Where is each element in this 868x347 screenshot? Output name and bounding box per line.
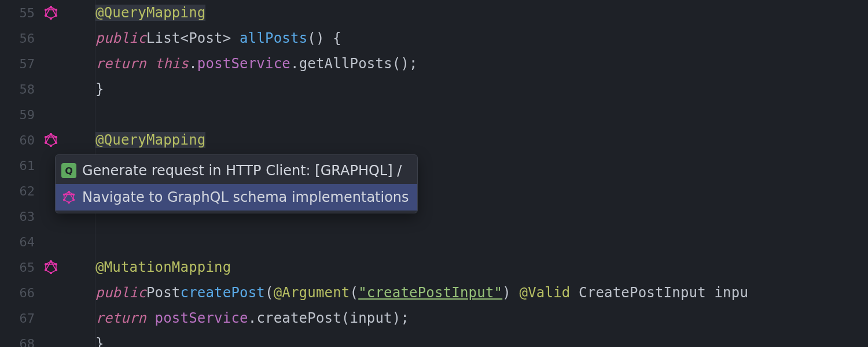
code-line[interactable]: @QueryMapping [95,127,868,153]
svg-point-0 [50,6,52,8]
annotation: @Argument [274,285,350,301]
graphql-gutter-icon[interactable] [43,260,58,275]
line-number: 63 [0,209,39,224]
code-editor: 55 56 57 58 59 60 61 62 63 64 65 66 67 6… [0,0,868,347]
http-client-icon: Q [61,163,76,178]
annotation: @QueryMapping [95,132,205,148]
code-line[interactable]: return this.postService.getAllPosts(); [95,51,868,76]
graphql-gutter-icon[interactable] [43,5,58,20]
line-number: 68 [0,337,39,348]
line-number: 62 [0,184,39,198]
svg-point-18 [68,191,70,193]
svg-point-11 [45,136,47,138]
keyword: return [95,56,146,72]
line-number: 66 [0,286,39,300]
line-number: 67 [0,311,39,326]
code-line[interactable] [95,229,868,254]
code-line[interactable]: @MutationMapping [95,254,868,280]
annotation: @QueryMapping [95,5,205,21]
svg-point-10 [45,142,47,144]
graphql-gutter-icon[interactable] [43,132,58,147]
svg-point-7 [55,136,57,138]
svg-point-20 [72,199,75,201]
annotation: @Valid [520,285,571,301]
code-line[interactable] [95,102,868,127]
svg-point-8 [55,142,57,144]
type: Post [189,30,223,46]
popup-item-generate-http-request[interactable]: Q Generate request in HTTP Client: [GRAP… [56,157,417,184]
keyword: return [95,310,146,326]
keyword: public [95,30,146,46]
line-number: 59 [0,108,39,122]
method-name: allPosts [240,30,307,46]
line-number: 61 [0,158,39,173]
svg-point-4 [45,14,47,17]
code-line[interactable]: public List<Post> allPosts() { [95,25,868,51]
svg-point-1 [55,9,57,11]
line-number: 60 [0,133,39,147]
svg-point-16 [45,269,47,271]
graphql-icon [61,190,76,205]
svg-point-21 [68,201,70,204]
line-number: 65 [0,260,39,275]
code-line[interactable]: } [95,76,868,102]
keyword: public [95,285,146,301]
svg-point-5 [45,9,47,11]
svg-point-2 [55,14,57,17]
svg-point-6 [50,133,52,135]
line-number: 57 [0,57,39,71]
code-line[interactable]: @QueryMapping [95,0,868,25]
string-literal: "createPostInput" [358,285,502,301]
type: List [146,30,181,46]
popup-item-navigate-graphql-schema[interactable]: Navigate to GraphQL schema implementatio… [56,184,417,211]
svg-point-22 [63,199,65,201]
svg-point-15 [50,272,52,274]
line-number: 58 [0,82,39,97]
annotation: @MutationMapping [95,259,231,275]
svg-point-9 [50,145,52,147]
line-number: 56 [0,31,39,46]
type: Post [146,285,181,301]
popup-item-label: Generate request in HTTP Client: [GRAPHQ… [82,163,402,179]
code-line[interactable]: return postService.createPost(input); [95,305,868,331]
intention-actions-popup: Q Generate request in HTTP Client: [GRAP… [55,154,418,213]
line-number: 64 [0,235,39,249]
svg-point-3 [50,17,52,20]
line-number: 55 [0,6,39,20]
svg-point-13 [55,263,57,265]
code-line[interactable]: } [95,331,868,347]
popup-item-label: Navigate to GraphQL schema implementatio… [82,189,409,205]
svg-point-23 [63,193,65,195]
svg-point-12 [50,260,52,263]
svg-point-19 [72,193,75,195]
svg-point-14 [55,269,57,271]
method-name: createPost [181,285,266,301]
svg-point-17 [45,263,47,265]
code-line[interactable]: public Post createPost(@Argument("create… [95,280,868,305]
